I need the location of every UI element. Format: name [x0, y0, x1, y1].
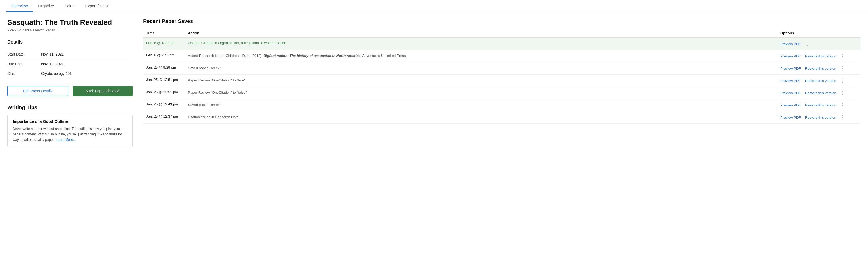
tab-overview[interactable]: Overview [6, 0, 33, 12]
row-3-options: Preview PDFRestore this version⋮ [777, 75, 861, 87]
row-2-preview-pdf[interactable]: Preview PDF [780, 67, 801, 70]
row-1-restore-version[interactable]: Restore this version [805, 54, 836, 58]
saves-table-header: Time Action Options [143, 29, 861, 38]
left-panel: Sasquath: The Truth Revealed APA 7 Stude… [7, 18, 132, 147]
saves-table-body: Feb. 6 @ 4:29 pmOpened Citation in Organ… [143, 38, 861, 124]
row-4-more-icon[interactable]: ⋮ [840, 90, 845, 96]
row-6-restore-version[interactable]: Restore this version [805, 115, 836, 119]
start-date-label: Start Date [7, 52, 41, 56]
nav-tabs: Overview Organize Editor Export / Print [0, 0, 868, 12]
action-buttons: Edit Paper Details Mark Paper Finished [7, 86, 132, 96]
table-row: Feb. 6 @ 2:45 pmAdded Research Note - Ch… [143, 50, 861, 62]
row-5-action: Saved paper - on exit [185, 99, 777, 111]
class-label: Class [7, 71, 41, 76]
row-4-time: Jan. 25 @ 12:51 pm [143, 87, 185, 99]
row-1-action: Added Research Note - Childress, D. H. (… [185, 50, 777, 62]
saves-header-row: Time Action Options [143, 29, 861, 38]
row-4-action: Paper Review "OneCitation" to "false" [185, 87, 777, 99]
row-2-options: Preview PDFRestore this version⋮ [777, 62, 861, 75]
tab-organize[interactable]: Organize [33, 0, 60, 12]
row-6-options: Preview PDFRestore this version⋮ [777, 111, 861, 124]
row-1-more-icon[interactable]: ⋮ [840, 53, 845, 59]
mark-paper-finished-button[interactable]: Mark Paper Finished [72, 86, 132, 96]
row-6-preview-pdf[interactable]: Preview PDF [780, 115, 801, 119]
row-6-action: Citation edited in Research Note [185, 111, 777, 124]
row-6-more-icon[interactable]: ⋮ [840, 114, 845, 120]
row-1-options: Preview PDFRestore this version⋮ [777, 50, 861, 62]
table-row: Jan. 25 @ 12:51 pmPaper Review "OneCitat… [143, 75, 861, 87]
col-header-time: Time [143, 29, 185, 38]
row-2-restore-version[interactable]: Restore this version [805, 67, 836, 70]
row-3-time: Jan. 25 @ 12:51 pm [143, 75, 185, 87]
row-5-restore-version[interactable]: Restore this version [805, 103, 836, 107]
row-2-time: Jan. 25 @ 9:29 pm [143, 62, 185, 75]
details-table: Start Date Nov. 11, 2021 Due Date Nov. 1… [7, 49, 132, 78]
tip-card: Importance of a Good Outline Never write… [7, 114, 132, 147]
row-6-time: Jan. 25 @ 12:37 pm [143, 111, 185, 124]
row-0-action: Opened Citation in Organize Tab, but cit… [185, 38, 777, 50]
tip-card-title: Importance of a Good Outline [13, 119, 127, 124]
table-row: Feb. 6 @ 4:29 pmOpened Citation in Organ… [143, 38, 861, 50]
saves-table: Time Action Options Feb. 6 @ 4:29 pmOpen… [143, 29, 861, 124]
tab-editor[interactable]: Editor [59, 0, 80, 12]
table-row: Jan. 25 @ 12:43 pmSaved paper - on exitP… [143, 99, 861, 111]
table-row: Jan. 25 @ 9:29 pmSaved paper - on exitPr… [143, 62, 861, 75]
row-5-time: Jan. 25 @ 12:43 pm [143, 99, 185, 111]
row-3-action: Paper Review "OneCitation" to "true" [185, 75, 777, 87]
row-3-more-icon[interactable]: ⋮ [840, 78, 845, 83]
row-0-more-icon[interactable]: ⋮ [805, 41, 810, 47]
row-0-options: Preview PDF⋮ [777, 38, 861, 50]
details-row-start-date: Start Date Nov. 11, 2021 [7, 49, 132, 59]
main-content: Sasquath: The Truth Revealed APA 7 Stude… [0, 12, 868, 153]
due-date-value: Nov. 12, 2021 [41, 62, 64, 66]
tab-export-print[interactable]: Export / Print [80, 0, 113, 12]
details-heading: Details [7, 39, 132, 45]
row-4-restore-version[interactable]: Restore this version [805, 91, 836, 95]
row-3-restore-version[interactable]: Restore this version [805, 79, 836, 83]
row-0-preview-pdf[interactable]: Preview PDF [780, 42, 801, 46]
details-row-due-date: Due Date Nov. 12, 2021 [7, 59, 132, 69]
right-panel: Recent Paper Saves Time Action Options F… [143, 18, 861, 147]
writing-tips-heading: Writing Tips [7, 105, 132, 110]
learn-more-link[interactable]: Learn More... [56, 138, 76, 142]
col-header-action: Action [185, 29, 777, 38]
recent-saves-heading: Recent Paper Saves [143, 18, 861, 24]
details-row-class: Class Cryptozoology 101 [7, 69, 132, 78]
paper-subtitle: APA 7 Student Research Paper [7, 28, 132, 32]
row-2-more-icon[interactable]: ⋮ [840, 65, 845, 71]
edit-paper-details-button[interactable]: Edit Paper Details [7, 86, 68, 96]
due-date-label: Due Date [7, 62, 41, 66]
row-1-time: Feb. 6 @ 2:45 pm [143, 50, 185, 62]
row-3-preview-pdf[interactable]: Preview PDF [780, 79, 801, 83]
row-1-preview-pdf[interactable]: Preview PDF [780, 54, 801, 58]
col-header-options: Options [777, 29, 861, 38]
tip-card-text: Never write a paper without an outline! … [13, 126, 127, 142]
row-4-options: Preview PDFRestore this version⋮ [777, 87, 861, 99]
class-value: Cryptozoology 101 [41, 71, 72, 76]
row-5-options: Preview PDFRestore this version⋮ [777, 99, 861, 111]
row-2-action: Saved paper - on exit [185, 62, 777, 75]
start-date-value: Nov. 11, 2021 [41, 52, 64, 56]
paper-title: Sasquath: The Truth Revealed [7, 18, 132, 27]
row-5-preview-pdf[interactable]: Preview PDF [780, 103, 801, 107]
table-row: Jan. 25 @ 12:37 pmCitation edited in Res… [143, 111, 861, 124]
row-4-preview-pdf[interactable]: Preview PDF [780, 91, 801, 95]
table-row: Jan. 25 @ 12:51 pmPaper Review "OneCitat… [143, 87, 861, 99]
row-5-more-icon[interactable]: ⋮ [840, 102, 845, 108]
row-0-time: Feb. 6 @ 4:29 pm [143, 38, 185, 50]
